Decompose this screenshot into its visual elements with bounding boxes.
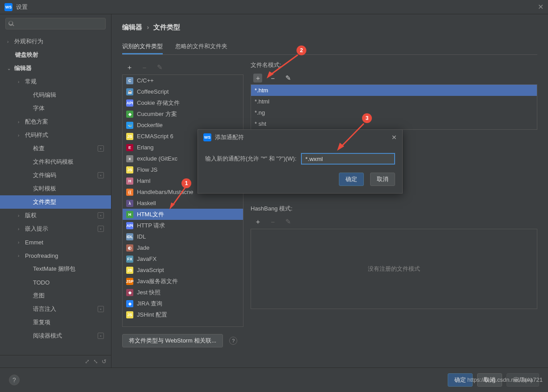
sidebar-item-6[interactable]: ›配色方案 <box>0 115 111 128</box>
filetype-item-14[interactable]: IDLIDL <box>123 231 243 242</box>
window-title: 设置 <box>16 3 28 11</box>
sidebar-item-0[interactable]: ›外观和行为 <box>0 35 111 48</box>
annotation-badge-2: 2 <box>297 45 306 55</box>
sidebar-item-21[interactable]: 重复项 <box>0 316 111 329</box>
expand-all-icon[interactable]: ⤢ <box>85 358 90 365</box>
filetype-icon: JS <box>126 133 133 140</box>
filetype-label: Jest 快照 <box>137 289 161 297</box>
sidebar-item-15[interactable]: ›Emmet <box>0 235 111 249</box>
filetype-label: JavaScript <box>137 267 164 273</box>
filetype-label: Flow JS <box>137 166 157 173</box>
filetype-icon: E <box>126 144 133 151</box>
sidebar-item-8[interactable]: 检查▫ <box>0 142 111 155</box>
sidebar-item-11[interactable]: 实时模板 <box>0 182 111 195</box>
sidebar-item-16[interactable]: ›Proofreading <box>0 249 111 262</box>
sidebar-item-7[interactable]: ›代码样式 <box>0 128 111 142</box>
titlebar: WS 设置 ✕ <box>0 0 548 14</box>
sidebar-item-label: 代码编辑 <box>33 91 56 99</box>
search-icon <box>8 21 15 27</box>
scope-badge-icon: ▫ <box>98 333 104 339</box>
pattern-item-3[interactable]: * sht <box>251 118 537 129</box>
filetype-label: CoffeeScript <box>137 88 169 95</box>
sidebar-item-label: 阅读器模式 <box>33 332 62 340</box>
sidebar-item-13[interactable]: ›版权▫ <box>0 209 111 222</box>
filetype-toolbar: ＋ − ✎ <box>122 61 243 74</box>
edit-icon[interactable]: ✎ <box>155 63 164 72</box>
filetype-item-21[interactable]: JSJSHint 配置 <box>123 309 243 320</box>
filetype-item-3[interactable]: ◆Cucumber 方案 <box>123 108 243 120</box>
breadcrumb-a: 编辑器 <box>122 23 142 31</box>
filetype-item-1[interactable]: ☕CoffeeScript <box>123 86 243 97</box>
breadcrumb-b: 文件类型 <box>153 23 180 31</box>
sidebar-item-label: Emmet <box>25 239 43 246</box>
sidebar-item-label: 外观和行为 <box>14 37 43 45</box>
sidebar-item-label: 文件类型 <box>33 198 56 206</box>
tab-recognized[interactable]: 识别的文件类型 <box>122 40 163 54</box>
edit-hashbang-icon[interactable]: ✎ <box>284 217 293 226</box>
sidebar-item-10[interactable]: 文件编码▫ <box>0 169 111 182</box>
pattern-item-1[interactable]: *.html <box>251 96 537 107</box>
sidebar-item-label: 检查 <box>33 144 45 153</box>
dialog-cancel-button[interactable]: 取消 <box>370 173 395 186</box>
help-corner-icon[interactable]: ? <box>9 375 20 385</box>
filetype-icon: ◆ <box>126 289 133 296</box>
filetype-item-17[interactable]: JSJavaScript <box>123 264 243 276</box>
scope-badge-icon: ▫ <box>98 306 104 312</box>
search-input[interactable] <box>5 18 106 29</box>
help-icon[interactable]: ? <box>229 337 237 345</box>
add-icon[interactable]: ＋ <box>125 63 134 72</box>
filetype-item-20[interactable]: ◆JIRA 查询 <box>123 298 243 309</box>
filetype-label: HTTP 请求 <box>137 222 165 230</box>
dialog-logo: WS <box>203 133 211 141</box>
remove-icon[interactable]: − <box>140 63 149 72</box>
sidebar-item-17[interactable]: TextMate 捆绑包 <box>0 262 111 276</box>
sidebar-item-18[interactable]: TODO <box>0 276 111 289</box>
sidebar-item-9[interactable]: 文件和代码模板 <box>0 155 111 169</box>
dialog-ok-button[interactable]: 确定 <box>339 173 364 186</box>
dialog-close-icon[interactable]: ✕ <box>391 134 397 141</box>
pattern-item-0[interactable]: *.htm <box>251 85 537 96</box>
sidebar-item-label: 常规 <box>25 78 37 86</box>
filetype-label: Java服务器文件 <box>137 277 178 285</box>
associate-button[interactable]: 将文件类型与 WebStorm 相关联... <box>122 334 223 347</box>
dialog-title: 添加通配符 <box>215 133 244 141</box>
filetype-item-16[interactable]: FXJavaFX <box>123 253 243 264</box>
filetype-item-19[interactable]: ◆Jest 快照 <box>123 287 243 298</box>
tree-footer: ⤢ ⤡ ↺ <box>0 355 111 367</box>
sidebar-item-label: 编辑器 <box>14 64 32 72</box>
tab-ignored[interactable]: 忽略的文件和文件夹 <box>175 40 227 54</box>
filetype-item-15[interactable]: ◐Jade <box>123 242 243 253</box>
wildcard-input[interactable] <box>301 153 395 165</box>
sidebar-item-2[interactable]: ⌄编辑器 <box>0 62 111 75</box>
sidebar-item-1[interactable]: 键盘映射 <box>0 48 111 62</box>
sidebar-item-4[interactable]: 代码编辑 <box>0 88 111 102</box>
close-icon[interactable]: ✕ <box>538 3 544 11</box>
pattern-list[interactable]: *.htm*.html*.ng* sht <box>251 84 537 130</box>
sidebar-item-19[interactable]: 意图 <box>0 289 111 302</box>
filetype-item-2[interactable]: APICookie 存储文件 <box>123 97 243 108</box>
filetype-icon: λ <box>126 200 133 207</box>
reset-icon[interactable]: ↺ <box>102 358 107 365</box>
filetype-icon: ◆ <box>126 111 133 118</box>
add-pattern-icon[interactable]: ＋ <box>253 74 262 83</box>
filetype-item-13[interactable]: APIHTTP 请求 <box>123 220 243 231</box>
sidebar-item-5[interactable]: 字体 <box>0 102 111 115</box>
sidebar-item-22[interactable]: 阅读器模式▫ <box>0 329 111 342</box>
sidebar-item-20[interactable]: 语言注入▫ <box>0 302 111 316</box>
filetype-label: IDL <box>137 233 146 240</box>
filetype-icon: x <box>126 155 133 162</box>
remove-hashbang-icon[interactable]: − <box>268 217 277 226</box>
filetype-icon: JS <box>126 311 133 318</box>
sidebar-item-3[interactable]: ›常规 <box>0 75 111 88</box>
chevron-icon: › <box>18 253 22 258</box>
collapse-all-icon[interactable]: ⤡ <box>93 358 98 365</box>
sidebar-item-12[interactable]: 文件类型 <box>0 195 111 209</box>
sidebar-item-label: 文件编码 <box>33 171 56 179</box>
add-hashbang-icon[interactable]: ＋ <box>253 217 262 226</box>
filetype-item-0[interactable]: CC/C++ <box>123 75 243 86</box>
filetype-item-18[interactable]: JSPJava服务器文件 <box>123 276 243 287</box>
filetype-icon: API <box>126 99 133 107</box>
pattern-item-2[interactable]: *.ng <box>251 107 537 118</box>
sidebar-item-14[interactable]: ›嵌入提示▫ <box>0 222 111 235</box>
sidebar-item-label: 嵌入提示 <box>25 225 48 233</box>
